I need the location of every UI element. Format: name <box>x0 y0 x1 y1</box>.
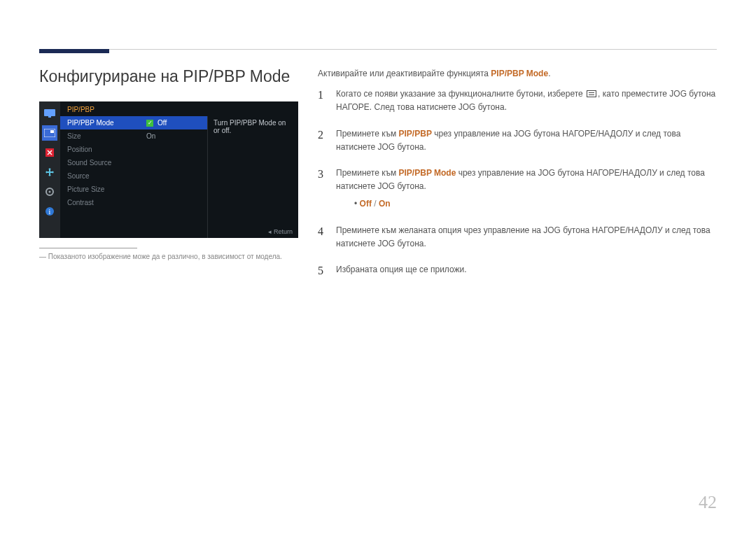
top-rule-accent <box>39 49 109 53</box>
step3-em: PIP/PBP Mode <box>399 168 456 178</box>
bullet-slash: / <box>372 199 379 209</box>
osd-header: PIP/PBP <box>60 101 298 116</box>
step1-text-a: Когато се появи указание за функционални… <box>336 89 585 99</box>
intro-em: PIP/PBP Mode <box>491 69 548 78</box>
osd-item-mode: PIP/PBP Mode <box>60 116 141 129</box>
intro-suffix: . <box>548 69 550 78</box>
check-icon: ✓ <box>146 120 153 127</box>
info-icon: i <box>42 204 57 219</box>
footnote-text: ― Показаното изображение може да е разли… <box>39 253 298 260</box>
bullet-on: On <box>379 199 391 209</box>
step2-em: PIP/PBP <box>399 129 432 139</box>
svg-rect-0 <box>44 109 55 116</box>
svg-rect-1 <box>48 116 51 118</box>
osd-icon-column: i <box>39 101 60 238</box>
osd-option-off: ✓Off <box>141 116 207 129</box>
step-3: Преминете към PIP/PBP Mode чрез управлен… <box>318 167 717 211</box>
step-2: Преминете към PIP/PBP чрез управление на… <box>318 127 717 154</box>
intro-line: Активирайте или деактивирайте функцията … <box>318 67 717 80</box>
footnote-divider <box>39 248 137 248</box>
osd-option-on: On <box>141 129 207 143</box>
step-1: Когато се появи указание за функционални… <box>318 87 717 114</box>
osd-main: PIP/PBP PIP/PBP Mode Size Position Sound… <box>60 101 298 238</box>
move-icon <box>42 164 57 180</box>
steps-list: Когато се появи указание за функционални… <box>318 87 717 276</box>
menu-icon <box>587 90 596 97</box>
osd-return-label: Return <box>268 228 293 235</box>
right-column: Активирайте или деактивирайте функцията … <box>318 67 717 289</box>
osd-screenshot: i PIP/PBP PIP/PBP Mode Size Position Sou… <box>39 101 298 238</box>
osd-item-source: Source <box>60 169 141 183</box>
page-title: Конфигуриране на PIP/PBP Mode <box>39 67 298 86</box>
osd-option-on-label: On <box>146 132 155 140</box>
osd-option-list: ✓Off On <box>141 116 207 238</box>
svg-point-6 <box>49 191 51 193</box>
step3-bullet: Off / On <box>354 197 717 211</box>
step-4: Преминете към желаната опция чрез управл… <box>318 224 717 251</box>
monitor-icon <box>42 106 57 121</box>
osd-body: PIP/PBP Mode Size Position Sound Source … <box>60 116 298 238</box>
step-5: Избраната опция ще се приложи. <box>318 263 717 276</box>
osd-item-contrast: Contrast <box>60 196 141 209</box>
osd-item-picsize: Picture Size <box>60 183 141 196</box>
pip-icon <box>42 125 57 141</box>
bullet-off: Off <box>360 199 372 209</box>
intro-prefix: Активирайте или деактивирайте функцията <box>318 69 491 78</box>
osd-description: Turn PIP/PBP Mode on or off. <box>207 116 298 238</box>
top-rule <box>39 49 717 50</box>
content: Конфигуриране на PIP/PBP Mode <box>39 67 717 289</box>
close-icon <box>42 145 57 160</box>
page-number: 42 <box>699 492 717 513</box>
step3-text-a: Преминете към <box>336 168 399 178</box>
osd-item-sound: Sound Source <box>60 156 141 169</box>
osd-item-size: Size <box>60 129 141 143</box>
osd-menu-list: PIP/PBP Mode Size Position Sound Source … <box>60 116 141 238</box>
gear-icon <box>42 184 57 199</box>
left-column: Конфигуриране на PIP/PBP Mode <box>39 67 298 289</box>
osd-option-off-label: Off <box>158 119 167 127</box>
step2-text-a: Преминете към <box>336 129 399 139</box>
svg-rect-3 <box>50 130 54 133</box>
svg-text:i: i <box>49 208 51 216</box>
osd-item-position: Position <box>60 143 141 156</box>
